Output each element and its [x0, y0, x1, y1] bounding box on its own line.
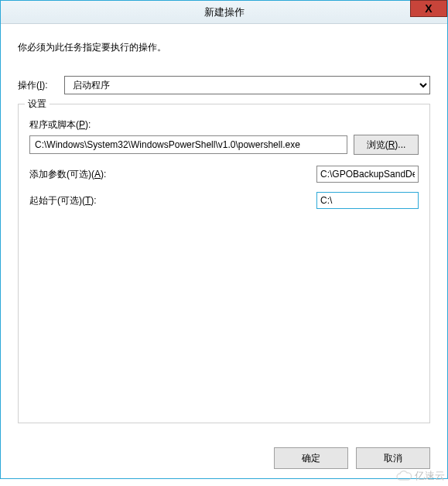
program-row: 浏览(R)...: [29, 135, 419, 155]
cancel-button[interactable]: 取消: [356, 447, 430, 469]
instruction-text: 你必须为此任务指定要执行的操作。: [18, 41, 430, 54]
dialog-buttons: 确定 取消: [274, 447, 430, 469]
action-select[interactable]: 启动程序: [64, 76, 430, 94]
dialog-body: 你必须为此任务指定要执行的操作。 操作(I): 启动程序 设置 程序或脚本(P)…: [1, 24, 447, 423]
program-label: 程序或脚本(P):: [29, 118, 419, 132]
close-button[interactable]: X: [410, 0, 447, 17]
action-select-wrap: 启动程序: [64, 76, 430, 94]
arguments-input[interactable]: [316, 166, 419, 183]
browse-button[interactable]: 浏览(R)...: [354, 135, 419, 155]
settings-group: 设置 程序或脚本(P): 浏览(R)... 添加参数(可选)(A): 起始于(可…: [18, 104, 430, 423]
startin-label: 起始于(可选)(T):: [29, 194, 316, 207]
dialog-window: 新建操作 X 你必须为此任务指定要执行的操作。 操作(I): 启动程序 设置 程…: [0, 0, 448, 479]
settings-legend: 设置: [25, 98, 50, 111]
titlebar: 新建操作 X: [1, 1, 447, 24]
arguments-label: 添加参数(可选)(A):: [29, 168, 316, 181]
action-row: 操作(I): 启动程序: [18, 76, 430, 94]
startin-row: 起始于(可选)(T):: [29, 192, 419, 209]
startin-input[interactable]: [316, 192, 419, 209]
ok-button[interactable]: 确定: [274, 447, 348, 469]
arguments-row: 添加参数(可选)(A):: [29, 166, 419, 183]
window-title: 新建操作: [204, 5, 245, 19]
program-input[interactable]: [29, 135, 347, 154]
close-icon: X: [425, 2, 432, 15]
action-label: 操作(I):: [18, 79, 64, 92]
